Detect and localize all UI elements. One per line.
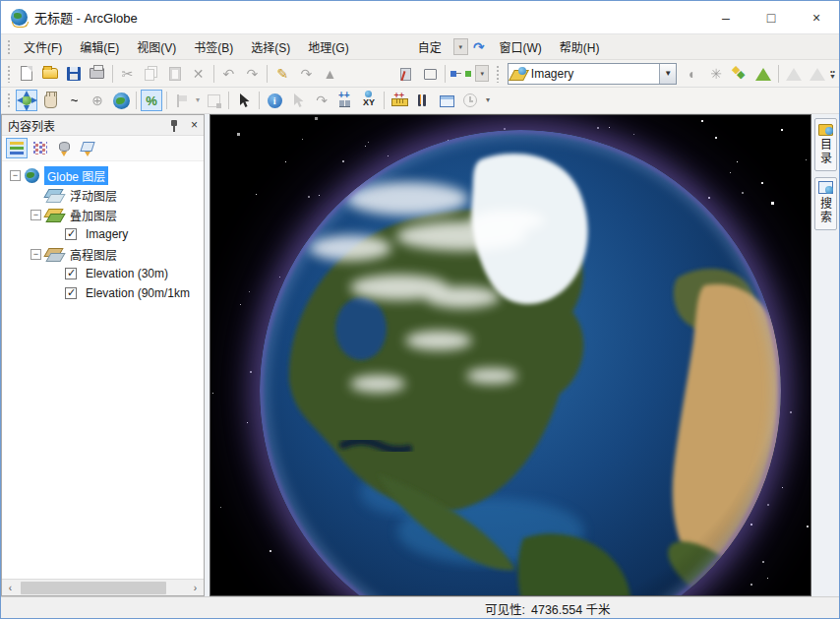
menu-customize[interactable]: 自定 [409,35,450,58]
flag-dropdown-icon[interactable]: ▾ [196,96,200,104]
contrast-button[interactable]: ◐ [682,63,703,85]
target-layer-combo[interactable]: Imagery ▼ [508,63,677,85]
menu-grip[interactable] [6,38,12,56]
paste-button[interactable] [164,63,186,85]
tree-label-elevation-90m[interactable]: Elevation (90m/1km [83,285,193,301]
toc-horizontal-scrollbar[interactable]: ‹ › [2,579,204,595]
tree-label-imagery[interactable]: Imagery [83,226,131,242]
scroll-right-icon[interactable]: › [187,583,204,593]
find-button[interactable] [334,90,356,111]
new-document-button[interactable] [16,63,37,85]
standard-toolbar-grip[interactable] [6,64,12,83]
layer-toolbar-grip[interactable] [495,64,501,83]
redo-button[interactable]: ↷ [241,63,263,85]
editor-button[interactable]: ✎ [271,63,293,85]
tree-label-elevation-30m[interactable]: Elevation (30m) [83,266,171,281]
fly-tool-button[interactable]: ~ [63,90,85,111]
list-by-selection-button[interactable] [77,138,98,158]
tools-overflow-icon[interactable]: ▾ [486,96,490,104]
select-graphics-button[interactable] [287,90,309,111]
tree-row-globe-layers[interactable]: − Globe 图层 [2,165,204,185]
toolbar-overflow-button[interactable]: •• ▼ [829,69,836,79]
menu-window[interactable]: 窗口(W) [490,35,550,58]
menu-bookmarks[interactable]: 书签(B) [185,35,242,58]
tree-row-elevation-90m[interactable]: Elevation (90m/1km [2,283,204,303]
copy-button[interactable] [141,63,162,85]
select-features-button[interactable] [233,90,255,111]
base-heights-button[interactable] [752,63,774,85]
tree-row-draped-layers[interactable]: − 叠加图层 [2,205,204,224]
tools-toolbar-grip[interactable] [6,92,12,109]
list-by-source-button[interactable] [30,138,51,158]
tree-row-elevation-30m[interactable]: Elevation (30m) [2,264,204,283]
tree-row-floating-layers[interactable]: 浮动图层 [2,185,204,205]
separator [384,92,385,109]
observer-frame-button[interactable] [203,90,224,111]
vertex-tool-button[interactable]: ▲ [319,63,340,85]
measure-button[interactable] [389,90,410,111]
search-tab[interactable]: 搜索 [814,177,837,230]
collapse-icon[interactable]: − [30,249,41,260]
scrollbar-thumb[interactable] [21,582,166,594]
viewer-window-button[interactable] [436,90,457,111]
tree-row-imagery[interactable]: Imagery [2,224,204,244]
scrollbar-track[interactable] [19,580,187,595]
delete-button[interactable]: ✕ [188,63,210,85]
navigation-mode-button[interactable]: % [141,90,162,111]
menu-edit[interactable]: 编辑(E) [71,35,128,58]
tree-label-draped-layers[interactable]: 叠加图层 [67,206,120,224]
collapse-icon[interactable]: − [30,210,41,220]
minimize-button[interactable]: – [703,1,749,33]
center-target-button[interactable]: ⊕ [87,90,108,111]
list-by-type-button[interactable] [53,138,75,158]
toc-close-button[interactable]: × [189,118,200,132]
identify-button[interactable]: i [264,90,285,111]
go-to-xy-button[interactable]: XY [358,90,380,111]
navigate-tool-button[interactable] [16,90,37,111]
collapse-icon[interactable]: − [10,170,21,181]
globe-viewport[interactable] [210,114,811,596]
open-button[interactable] [39,63,61,85]
maximize-button[interactable]: □ [749,1,794,33]
menu-file[interactable]: 文件(F) [15,35,71,58]
elevation-30m-checkbox[interactable] [65,268,77,279]
undo-button[interactable]: ↶ [217,63,239,85]
close-button[interactable]: × [794,1,839,33]
layout-tool-button[interactable] [395,63,417,85]
menu-geoprocessing[interactable]: 地理(G) [299,35,357,58]
tree-label-elevation-layers[interactable]: 高程图层 [67,245,120,264]
menu-view[interactable]: 视图(V) [128,35,185,58]
tree-label-floating-layers[interactable]: 浮动图层 [67,186,120,205]
tree-row-elevation-layers[interactable]: − 高程图层 [2,244,204,264]
list-by-drawing-order-button[interactable] [6,138,28,158]
imagery-checkbox[interactable] [65,228,77,240]
animation-clock-button[interactable] [459,90,481,111]
rotate-view-button[interactable]: ↷ [311,90,332,111]
zoom-target-button[interactable] [171,90,193,111]
print-button[interactable] [87,63,108,85]
extent-rectangle-button[interactable] [419,63,441,85]
extrude-alt-button[interactable] [807,63,828,85]
scroll-left-icon[interactable]: ‹ [2,583,19,593]
swap-layers-button[interactable] [729,63,750,85]
menu-help[interactable]: 帮助(H) [551,35,609,58]
html-popup-button[interactable] [412,90,434,111]
extrude-button[interactable] [783,63,805,85]
sketch-redo-button[interactable]: ↷ [295,63,317,85]
pin-icon[interactable] [170,119,179,132]
save-button[interactable] [63,63,85,85]
modelbuilder-button[interactable] [450,63,471,85]
elevation-90m-checkbox[interactable] [65,287,77,299]
brightness-button[interactable]: ✳ [705,63,727,85]
menu-selection[interactable]: 选择(S) [242,35,299,58]
toolbar-options-button[interactable]: ▾ [453,38,468,55]
tree-label-globe-layers[interactable]: Globe 图层 [44,166,108,185]
find-icon [337,93,353,108]
separator [267,65,268,83]
cut-button[interactable]: ✂ [117,63,139,85]
catalog-tab[interactable]: 目录 [814,118,837,171]
pan-tool-button[interactable] [39,90,61,111]
combo-dropdown-button[interactable]: ▼ [659,64,676,84]
full-extent-button[interactable] [110,90,132,111]
standard-toolbar-options[interactable]: ▾ [475,65,489,82]
